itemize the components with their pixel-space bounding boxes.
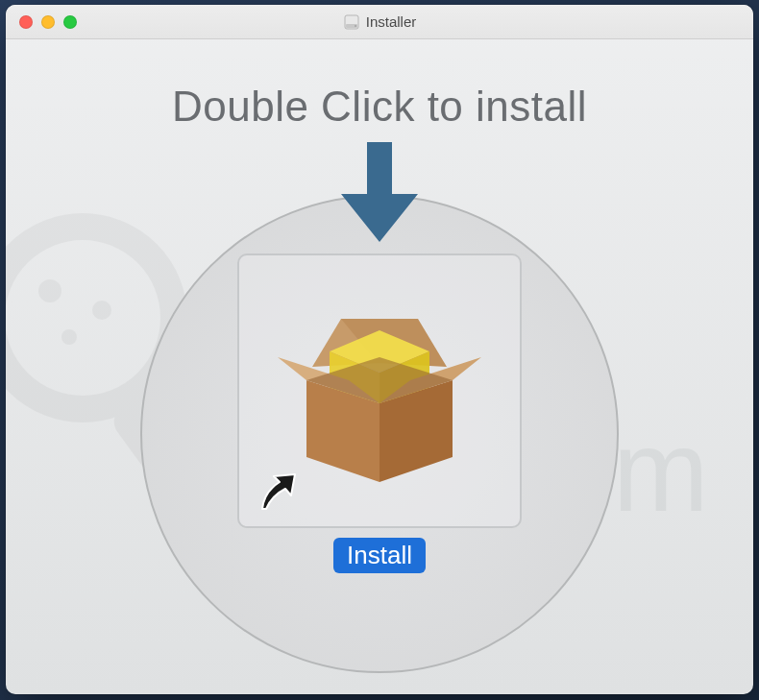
svg-rect-0 bbox=[345, 15, 358, 29]
shortcut-arrow-icon bbox=[257, 471, 299, 513]
install-package[interactable] bbox=[237, 253, 522, 528]
close-button[interactable] bbox=[19, 15, 33, 29]
arrow-down-icon bbox=[335, 142, 424, 250]
installer-window: Installer RISK.com Double Click to insta… bbox=[6, 5, 753, 694]
minimize-button[interactable] bbox=[41, 15, 55, 29]
window-title: Installer bbox=[366, 13, 417, 30]
svg-point-5 bbox=[38, 279, 61, 302]
main-stack: Double Click to install bbox=[172, 83, 587, 573]
content-area: RISK.com Double Click to install bbox=[6, 39, 753, 694]
package-box-icon bbox=[274, 288, 485, 494]
svg-point-7 bbox=[61, 329, 77, 345]
headline-text: Double Click to install bbox=[172, 83, 587, 131]
svg-rect-1 bbox=[346, 24, 357, 28]
maximize-button[interactable] bbox=[63, 15, 77, 29]
title-area: Installer bbox=[6, 13, 753, 31]
svg-point-2 bbox=[355, 25, 356, 27]
traffic-lights bbox=[6, 15, 77, 29]
svg-point-6 bbox=[92, 301, 111, 320]
disk-icon bbox=[343, 13, 360, 31]
install-label[interactable]: Install bbox=[333, 538, 426, 573]
titlebar[interactable]: Installer bbox=[6, 5, 753, 39]
